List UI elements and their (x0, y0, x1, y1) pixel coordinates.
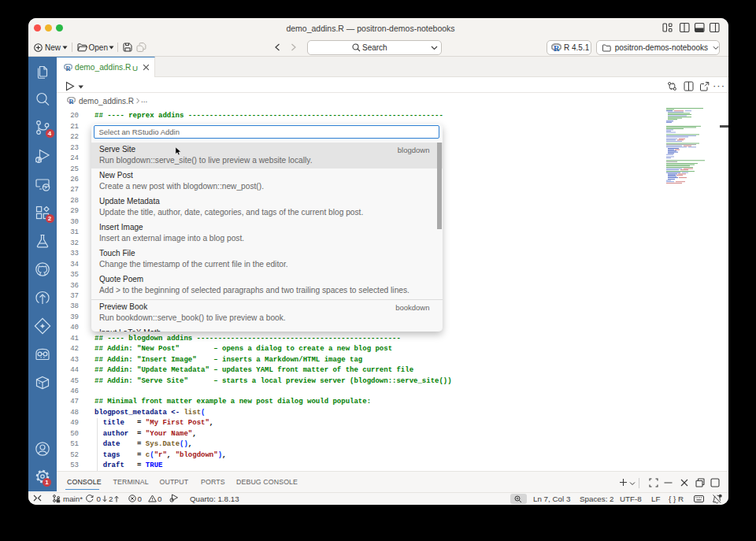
svg-text:R: R (69, 98, 75, 104)
svg-text:R: R (65, 65, 71, 71)
svg-text:R: R (554, 44, 560, 52)
